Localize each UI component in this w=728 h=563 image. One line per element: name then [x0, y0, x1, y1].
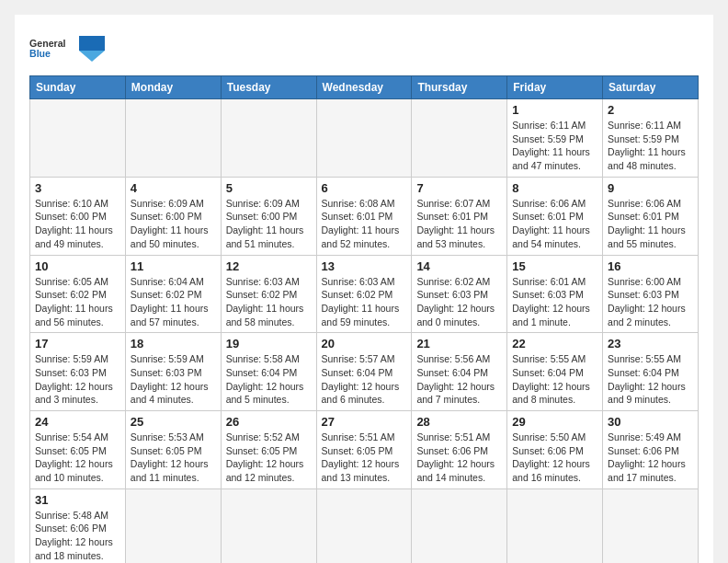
- day-number: 3: [35, 181, 120, 195]
- day-info: Sunrise: 5:58 AM Sunset: 6:04 PM Dayligh…: [226, 352, 312, 407]
- calendar-cell: 19Sunrise: 5:58 AM Sunset: 6:04 PM Dayli…: [221, 333, 316, 411]
- day-info: Sunrise: 6:07 AM Sunset: 6:01 PM Dayligh…: [416, 197, 502, 251]
- day-number: 29: [512, 415, 597, 429]
- calendar-cell: 3Sunrise: 6:10 AM Sunset: 6:00 PM Daylig…: [30, 177, 126, 255]
- day-info: Sunrise: 6:08 AM Sunset: 6:01 PM Dayligh…: [322, 197, 407, 251]
- day-number: 30: [608, 415, 693, 429]
- calendar-cell: 12Sunrise: 6:03 AM Sunset: 6:02 PM Dayli…: [221, 255, 316, 333]
- calendar-cell: 14Sunrise: 6:02 AM Sunset: 6:03 PM Dayli…: [412, 255, 507, 333]
- day-number: 9: [608, 181, 693, 195]
- day-info: Sunrise: 6:00 AM Sunset: 6:03 PM Dayligh…: [608, 275, 693, 329]
- calendar-cell: [507, 488, 603, 563]
- day-info: Sunrise: 6:02 AM Sunset: 6:03 PM Dayligh…: [416, 275, 502, 329]
- calendar-cell: [125, 488, 221, 563]
- svg-text:General: General: [29, 38, 66, 49]
- day-info: Sunrise: 6:06 AM Sunset: 6:01 PM Dayligh…: [608, 197, 693, 251]
- calendar-cell: 30Sunrise: 5:49 AM Sunset: 6:06 PM Dayli…: [603, 411, 699, 489]
- calendar-page: General Blue SundayMondayTuesdayWednesda…: [15, 15, 713, 563]
- calendar-cell: [412, 99, 507, 178]
- calendar-cell: 22Sunrise: 5:55 AM Sunset: 6:04 PM Dayli…: [507, 333, 603, 411]
- day-info: Sunrise: 6:01 AM Sunset: 6:03 PM Dayligh…: [512, 275, 597, 329]
- calendar-cell: 2Sunrise: 6:11 AM Sunset: 5:59 PM Daylig…: [603, 99, 699, 178]
- calendar-cell: [603, 488, 699, 563]
- calendar-cell: 20Sunrise: 5:57 AM Sunset: 6:04 PM Dayli…: [316, 333, 412, 411]
- day-number: 20: [322, 337, 407, 350]
- svg-marker-2: [79, 36, 105, 51]
- calendar-cell: [412, 488, 507, 563]
- calendar-cell: [125, 99, 221, 178]
- day-info: Sunrise: 6:09 AM Sunset: 6:00 PM Dayligh…: [226, 197, 312, 251]
- calendar-cell: 11Sunrise: 6:04 AM Sunset: 6:02 PM Dayli…: [125, 255, 221, 333]
- weekday-header-monday: Monday: [125, 76, 221, 99]
- day-info: Sunrise: 6:03 AM Sunset: 6:02 PM Dayligh…: [322, 275, 407, 329]
- logo: General Blue: [29, 29, 105, 68]
- day-info: Sunrise: 5:59 AM Sunset: 6:03 PM Dayligh…: [35, 352, 120, 407]
- day-number: 26: [226, 415, 312, 429]
- weekday-header-thursday: Thursday: [412, 76, 507, 99]
- day-number: 12: [226, 259, 312, 273]
- calendar-cell: 5Sunrise: 6:09 AM Sunset: 6:00 PM Daylig…: [221, 177, 316, 255]
- calendar-cell: 23Sunrise: 5:55 AM Sunset: 6:04 PM Dayli…: [603, 333, 699, 411]
- day-info: Sunrise: 6:04 AM Sunset: 6:02 PM Dayligh…: [131, 275, 216, 329]
- calendar-cell: [221, 488, 316, 563]
- day-info: Sunrise: 6:11 AM Sunset: 5:59 PM Dayligh…: [608, 119, 693, 173]
- calendar-cell: 4Sunrise: 6:09 AM Sunset: 6:00 PM Daylig…: [125, 177, 221, 255]
- weekday-header-saturday: Saturday: [603, 76, 699, 99]
- day-number: 25: [131, 415, 216, 429]
- day-info: Sunrise: 5:50 AM Sunset: 6:06 PM Dayligh…: [512, 431, 597, 485]
- day-number: 18: [131, 337, 216, 350]
- day-number: 7: [416, 181, 502, 195]
- svg-text:Blue: Blue: [29, 48, 51, 59]
- day-info: Sunrise: 6:10 AM Sunset: 6:00 PM Dayligh…: [35, 197, 120, 251]
- calendar-cell: 31Sunrise: 5:48 AM Sunset: 6:06 PM Dayli…: [30, 488, 126, 563]
- day-number: 6: [322, 181, 407, 195]
- weekday-header-wednesday: Wednesday: [316, 76, 412, 99]
- day-info: Sunrise: 5:59 AM Sunset: 6:03 PM Dayligh…: [131, 352, 216, 407]
- calendar-cell: 28Sunrise: 5:51 AM Sunset: 6:06 PM Dayli…: [412, 411, 507, 489]
- calendar-cell: 15Sunrise: 6:01 AM Sunset: 6:03 PM Dayli…: [507, 255, 603, 333]
- weekday-header-sunday: Sunday: [30, 76, 126, 99]
- header: General Blue: [29, 29, 699, 68]
- calendar-cell: 9Sunrise: 6:06 AM Sunset: 6:01 PM Daylig…: [603, 177, 699, 255]
- calendar-cell: 7Sunrise: 6:07 AM Sunset: 6:01 PM Daylig…: [412, 177, 507, 255]
- weekday-header-tuesday: Tuesday: [221, 76, 316, 99]
- day-info: Sunrise: 5:57 AM Sunset: 6:04 PM Dayligh…: [322, 352, 407, 407]
- day-number: 11: [131, 259, 216, 273]
- day-number: 28: [416, 415, 502, 429]
- calendar-table: SundayMondayTuesdayWednesdayThursdayFrid…: [29, 75, 699, 563]
- calendar-cell: 1Sunrise: 6:11 AM Sunset: 5:59 PM Daylig…: [507, 99, 603, 178]
- calendar-cell: 29Sunrise: 5:50 AM Sunset: 6:06 PM Dayli…: [507, 411, 603, 489]
- day-number: 1: [512, 103, 597, 117]
- day-number: 23: [608, 337, 693, 350]
- day-number: 31: [35, 493, 120, 507]
- day-number: 13: [322, 259, 407, 273]
- day-info: Sunrise: 5:55 AM Sunset: 6:04 PM Dayligh…: [608, 352, 693, 407]
- weekday-header-friday: Friday: [507, 76, 603, 99]
- day-number: 5: [226, 181, 312, 195]
- calendar-cell: 13Sunrise: 6:03 AM Sunset: 6:02 PM Dayli…: [316, 255, 412, 333]
- calendar-cell: 27Sunrise: 5:51 AM Sunset: 6:05 PM Dayli…: [316, 411, 412, 489]
- day-info: Sunrise: 5:56 AM Sunset: 6:04 PM Dayligh…: [416, 352, 502, 407]
- day-info: Sunrise: 6:03 AM Sunset: 6:02 PM Dayligh…: [226, 275, 312, 329]
- calendar-cell: 21Sunrise: 5:56 AM Sunset: 6:04 PM Dayli…: [412, 333, 507, 411]
- day-number: 21: [416, 337, 502, 350]
- calendar-cell: 16Sunrise: 6:00 AM Sunset: 6:03 PM Dayli…: [603, 255, 699, 333]
- calendar-cell: [30, 99, 126, 178]
- calendar-cell: [316, 488, 412, 563]
- logo-icon: General Blue: [29, 29, 75, 68]
- day-info: Sunrise: 5:48 AM Sunset: 6:06 PM Dayligh…: [35, 509, 120, 563]
- day-number: 4: [131, 181, 216, 195]
- day-number: 14: [416, 259, 502, 273]
- calendar-cell: 17Sunrise: 5:59 AM Sunset: 6:03 PM Dayli…: [30, 333, 126, 411]
- logo-triangle-icon: [79, 36, 105, 62]
- day-number: 15: [512, 259, 597, 273]
- calendar-cell: 26Sunrise: 5:52 AM Sunset: 6:05 PM Dayli…: [221, 411, 316, 489]
- day-info: Sunrise: 6:05 AM Sunset: 6:02 PM Dayligh…: [35, 275, 120, 329]
- day-info: Sunrise: 5:53 AM Sunset: 6:05 PM Dayligh…: [131, 431, 216, 485]
- day-info: Sunrise: 5:55 AM Sunset: 6:04 PM Dayligh…: [512, 352, 597, 407]
- day-number: 27: [322, 415, 407, 429]
- day-info: Sunrise: 5:52 AM Sunset: 6:05 PM Dayligh…: [226, 431, 312, 485]
- day-number: 2: [608, 103, 693, 117]
- day-number: 16: [608, 259, 693, 273]
- svg-marker-3: [79, 51, 105, 62]
